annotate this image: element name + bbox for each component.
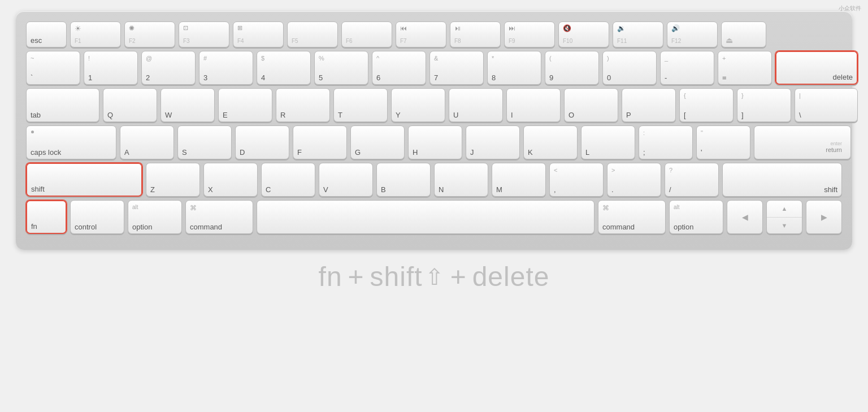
key-tilde[interactable]: ~ ` xyxy=(26,51,80,85)
key-f11[interactable]: 🔉 F11 xyxy=(613,21,663,47)
key-f1[interactable]: ☀ F1 xyxy=(70,21,121,47)
key-c[interactable]: C xyxy=(261,163,315,197)
key-fn[interactable]: fn xyxy=(26,200,67,234)
key-f1-icon: ☀ xyxy=(75,25,81,32)
key-0[interactable]: ) 0 xyxy=(602,51,657,85)
key-7[interactable]: & 7 xyxy=(429,51,484,85)
key-j[interactable]: J xyxy=(466,125,520,159)
key-u-label: U xyxy=(453,111,458,119)
key-i[interactable]: I xyxy=(506,88,561,122)
key-caps-lock[interactable]: caps lock xyxy=(26,125,116,159)
key-option-right[interactable]: alt option xyxy=(669,200,723,234)
key-u[interactable]: U xyxy=(449,88,503,122)
key-fn-label: fn xyxy=(31,223,37,230)
key-command-right-label: command xyxy=(602,223,635,231)
key-slash[interactable]: ? / xyxy=(665,163,719,197)
key-q[interactable]: Q xyxy=(103,88,157,122)
key-y[interactable]: Y xyxy=(391,88,445,122)
key-command-right[interactable]: ⌘ command xyxy=(598,200,666,234)
key-h[interactable]: H xyxy=(408,125,462,159)
key-control-label: control xyxy=(75,223,97,231)
key-f12[interactable]: 🔊 F12 xyxy=(667,21,718,47)
key-f8[interactable]: ⏯ F8 xyxy=(450,21,501,47)
key-f6[interactable]: F6 xyxy=(341,21,392,47)
key-enter[interactable]: enter return xyxy=(754,125,851,159)
key-f5[interactable]: F5 xyxy=(287,21,338,47)
key-o-label: O xyxy=(568,111,574,119)
key-v[interactable]: V xyxy=(319,163,373,197)
key-r[interactable]: R xyxy=(276,88,330,122)
key-arrow-left[interactable]: ◀ xyxy=(727,200,763,234)
key-e[interactable]: E xyxy=(218,88,272,122)
key-n-label: N xyxy=(439,186,444,193)
key-q-label: Q xyxy=(107,111,113,119)
key-caps-label: caps lock xyxy=(31,149,61,156)
key-option-left[interactable]: alt option xyxy=(128,200,182,234)
key-f7[interactable]: ⏮ F7 xyxy=(396,21,446,47)
key-9[interactable]: ( 9 xyxy=(545,51,599,85)
key-minus[interactable]: _ - xyxy=(660,51,714,85)
key-2[interactable]: @ 2 xyxy=(141,51,196,85)
key-5[interactable]: % 5 xyxy=(314,51,368,85)
key-4-label: 4 xyxy=(261,74,265,81)
key-delete[interactable]: delete xyxy=(775,51,858,85)
key-f9[interactable]: ⏭ F9 xyxy=(504,21,555,47)
key-a[interactable]: A xyxy=(120,125,174,159)
key-lbracket[interactable]: { [ xyxy=(679,88,734,122)
key-shift-right[interactable]: shift xyxy=(722,163,842,197)
key-tab[interactable]: tab xyxy=(26,88,99,122)
key-g-label: G xyxy=(355,149,361,156)
key-shift-left[interactable]: shift xyxy=(26,163,142,197)
key-6-label: 6 xyxy=(376,74,380,81)
key-period[interactable]: > . xyxy=(607,163,661,197)
key-command-left[interactable]: ⌘ command xyxy=(185,200,253,234)
key-m[interactable]: M xyxy=(492,163,546,197)
key-f4[interactable]: ⊞ F4 xyxy=(233,21,284,47)
key-f10[interactable]: 🔇 F10 xyxy=(558,21,609,47)
key-comma[interactable]: < , xyxy=(549,163,604,197)
key-x[interactable]: X xyxy=(203,163,258,197)
key-backslash[interactable]: | \ xyxy=(795,88,858,122)
key-4[interactable]: $ 4 xyxy=(257,51,311,85)
key-b-label: B xyxy=(381,186,386,193)
shortcut-delete: delete xyxy=(472,261,550,292)
key-p[interactable]: P xyxy=(622,88,676,122)
key-t[interactable]: T xyxy=(333,88,388,122)
key-l[interactable]: L xyxy=(581,125,635,159)
key-equals[interactable]: + = xyxy=(718,51,772,85)
key-6[interactable]: ^ 6 xyxy=(372,51,426,85)
key-semicolon[interactable]: : ; xyxy=(639,125,693,159)
key-o[interactable]: O xyxy=(564,88,618,122)
enter-labels: enter return xyxy=(759,129,846,156)
key-3[interactable]: # 3 xyxy=(199,51,253,85)
key-9-label: 9 xyxy=(549,74,553,81)
key-k-label: K xyxy=(528,149,533,156)
key-eject[interactable]: ⏏ xyxy=(721,21,766,47)
key-arrow-right[interactable]: ▶ xyxy=(806,200,842,234)
key-3-label: 3 xyxy=(203,74,207,81)
key-w[interactable]: W xyxy=(160,88,215,122)
key-f3[interactable]: ⊡ F3 xyxy=(179,21,229,47)
key-esc[interactable]: esc xyxy=(26,21,67,47)
key-lbracket-label: [ xyxy=(684,111,686,119)
key-x-label: X xyxy=(208,186,213,193)
key-8[interactable]: * 8 xyxy=(487,51,541,85)
key-arrow-updown[interactable]: ▲ ▼ xyxy=(766,200,802,234)
key-rbracket[interactable]: } ] xyxy=(737,88,791,122)
key-s[interactable]: S xyxy=(177,125,232,159)
key-g[interactable]: G xyxy=(350,125,405,159)
key-b[interactable]: B xyxy=(376,163,431,197)
key-f[interactable]: F xyxy=(293,125,347,159)
key-2-label: 2 xyxy=(146,74,150,81)
key-control[interactable]: control xyxy=(70,200,124,234)
key-k[interactable]: K xyxy=(523,125,578,159)
key-quote[interactable]: " ' xyxy=(696,125,750,159)
key-d[interactable]: D xyxy=(235,125,289,159)
key-f2[interactable]: ✺ F2 xyxy=(124,21,175,47)
key-1[interactable]: ! 1 xyxy=(84,51,138,85)
key-space[interactable] xyxy=(257,200,594,234)
key-z[interactable]: Z xyxy=(146,163,200,197)
key-f8-label: F8 xyxy=(454,38,461,44)
key-slash-label: / xyxy=(669,186,671,193)
key-n[interactable]: N xyxy=(434,163,488,197)
